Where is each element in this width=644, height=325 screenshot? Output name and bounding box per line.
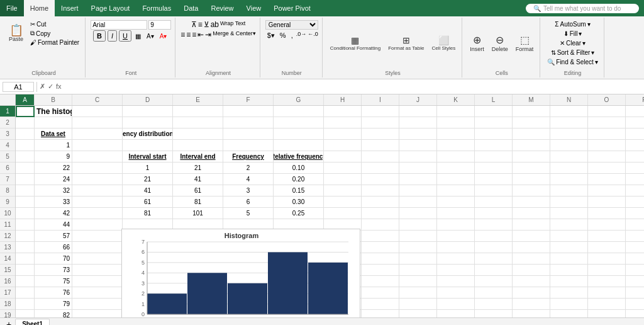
clear-button[interactable]: ✕ Clear▾ <box>558 39 587 47</box>
cell-r19-c14[interactable] <box>550 310 588 317</box>
cell-r8-c14[interactable] <box>550 185 588 197</box>
row-header-4[interactable]: 4 <box>0 140 15 151</box>
cell-r1-c13[interactable] <box>513 106 550 117</box>
row-header-7[interactable]: 7 <box>0 174 15 185</box>
cell-r9-c10[interactable] <box>399 197 437 208</box>
cancel-formula-icon[interactable]: ✗ <box>40 83 45 91</box>
cell-r12-c16[interactable] <box>626 231 644 242</box>
row-header-6[interactable]: 6 <box>0 162 15 174</box>
cell-r6-c9[interactable] <box>362 162 399 174</box>
cell-r14-c16[interactable] <box>626 253 644 265</box>
cell-r12-c10[interactable] <box>399 231 437 242</box>
cell-r1-c2[interactable]: The histogram <box>35 106 72 117</box>
cell-r4-c4[interactable] <box>123 140 173 151</box>
cell-r7-c6[interactable]: 4 <box>223 174 274 185</box>
row-header-1[interactable]: 1 <box>0 106 15 117</box>
cell-r8-c9[interactable] <box>362 185 399 197</box>
cell-r8-c15[interactable] <box>588 185 626 197</box>
cell-r7-c15[interactable] <box>588 174 626 185</box>
cell-r1-c7[interactable] <box>274 106 324 117</box>
wrap-text-button[interactable]: Wrap Text <box>220 20 245 29</box>
row-header-11[interactable]: 11 <box>0 219 15 231</box>
cell-r4-c7[interactable] <box>274 140 324 151</box>
cell-r7-c12[interactable] <box>475 174 513 185</box>
cell-r9-c5[interactable]: 81 <box>173 197 223 208</box>
cell-r10-c12[interactable] <box>475 208 513 219</box>
cell-r17-c2[interactable]: 76 <box>35 287 72 299</box>
cell-r8-c3[interactable] <box>72 185 123 197</box>
cell-r15-c2[interactable]: 73 <box>35 265 72 276</box>
align-right-button[interactable]: ≡ <box>192 30 196 39</box>
cell-r3-c16[interactable] <box>626 128 644 140</box>
cell-r3-c5[interactable] <box>173 128 223 140</box>
cell-r9-c4[interactable]: 61 <box>123 197 173 208</box>
cell-r5-c2[interactable]: 9 <box>35 151 72 162</box>
insert-function-icon[interactable]: fx <box>56 83 62 91</box>
cell-r17-c1[interactable] <box>16 287 35 299</box>
cell-r4-c9[interactable] <box>362 140 399 151</box>
cell-r11-c14[interactable] <box>550 219 588 231</box>
cell-r1-c6[interactable] <box>223 106 274 117</box>
cell-r17-c15[interactable] <box>588 287 626 299</box>
cell-r17-c11[interactable] <box>437 287 475 299</box>
cell-r4-c8[interactable] <box>324 140 362 151</box>
cell-r4-c6[interactable] <box>223 140 274 151</box>
cell-r16-c3[interactable] <box>72 276 123 287</box>
cell-r18-c10[interactable] <box>399 299 437 310</box>
format-painter-button[interactable]: 🖌 Format Painter <box>28 38 81 47</box>
cell-r12-c3[interactable] <box>72 231 123 242</box>
cell-r14-c12[interactable] <box>475 253 513 265</box>
cell-r6-c15[interactable] <box>588 162 626 174</box>
tab-page-layout[interactable]: Page Layout <box>85 0 136 16</box>
cell-r10-c6[interactable]: 5 <box>223 208 274 219</box>
cell-r12-c13[interactable] <box>513 231 550 242</box>
paste-button[interactable]: 📋 Paste <box>6 23 26 43</box>
cell-r16-c15[interactable] <box>588 276 626 287</box>
cell-r16-c12[interactable] <box>475 276 513 287</box>
cell-r15-c15[interactable] <box>588 265 626 276</box>
cell-r3-c7[interactable] <box>274 128 324 140</box>
col-header-g[interactable]: G <box>274 94 324 105</box>
cell-r19-c1[interactable] <box>16 310 35 317</box>
cell-r5-c9[interactable] <box>362 151 399 162</box>
cell-r17-c10[interactable] <box>399 287 437 299</box>
cell-r3-c6[interactable] <box>223 128 274 140</box>
cell-r3-c13[interactable] <box>513 128 550 140</box>
row-header-2[interactable]: 2 <box>0 117 15 128</box>
merge-center-button[interactable]: Merge & Center▾ <box>213 30 256 39</box>
cell-r19-c12[interactable] <box>475 310 513 317</box>
row-header-15[interactable]: 15 <box>0 265 15 276</box>
col-header-l[interactable]: L <box>475 94 513 105</box>
cell-r18-c12[interactable] <box>475 299 513 310</box>
col-header-b[interactable]: B <box>35 94 72 105</box>
cell-r1-c9[interactable] <box>362 106 399 117</box>
cell-r10-c7[interactable]: 0.25 <box>274 208 324 219</box>
cell-r13-c2[interactable]: 66 <box>35 242 72 253</box>
cell-r10-c15[interactable] <box>588 208 626 219</box>
cell-r7-c5[interactable]: 41 <box>173 174 223 185</box>
cell-r3-c1[interactable] <box>16 128 35 140</box>
cell-r15-c1[interactable] <box>16 265 35 276</box>
cell-r2-c9[interactable] <box>362 117 399 128</box>
cell-r1-c15[interactable] <box>588 106 626 117</box>
cell-r17-c13[interactable] <box>513 287 550 299</box>
col-header-e[interactable]: E <box>173 94 223 105</box>
cell-r4-c3[interactable] <box>72 140 123 151</box>
cell-r10-c1[interactable] <box>16 208 35 219</box>
cell-r14-c14[interactable] <box>550 253 588 265</box>
row-header-9[interactable]: 9 <box>0 197 15 208</box>
cell-r1-c5[interactable] <box>173 106 223 117</box>
cell-r11-c3[interactable] <box>72 219 123 231</box>
autosum-button[interactable]: Σ AutoSum▾ <box>553 20 592 28</box>
font-size-input[interactable] <box>148 20 171 30</box>
cell-r1-c16[interactable] <box>626 106 644 117</box>
cell-r7-c1[interactable] <box>16 174 35 185</box>
cell-r2-c4[interactable] <box>123 117 173 128</box>
cell-r3-c9[interactable] <box>362 128 399 140</box>
cell-r7-c13[interactable] <box>513 174 550 185</box>
tell-me-box[interactable]: Tell me what you want to do <box>543 5 621 12</box>
cell-r6-c3[interactable] <box>72 162 123 174</box>
row-header-16[interactable]: 16 <box>0 276 15 287</box>
cell-r2-c10[interactable] <box>399 117 437 128</box>
align-bottom-button[interactable]: ⊻ <box>204 20 209 29</box>
